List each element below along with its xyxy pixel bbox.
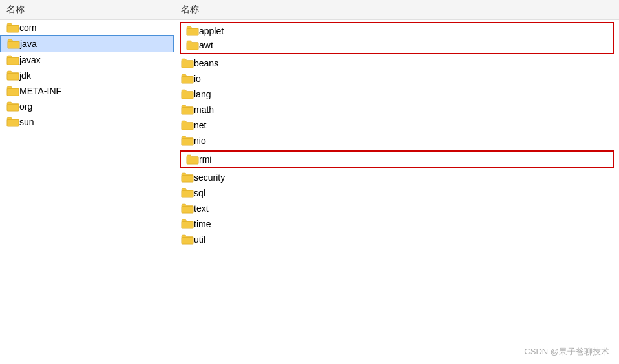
right-folder-awt[interactable]: awt: [181, 38, 613, 52]
right-folder-text-label: text: [194, 203, 209, 214]
folder-icon: [6, 117, 19, 127]
folder-icon: [6, 55, 19, 65]
svg-rect-12: [182, 108, 193, 115]
right-folder-awt-label: awt: [199, 40, 213, 50]
left-folder-javax-label: javax: [19, 55, 41, 65]
right-folder-applet-label: applet: [199, 26, 224, 36]
folder-icon: [7, 39, 20, 49]
right-folder-security[interactable]: security: [174, 170, 619, 185]
watermark-text: CSDN @果子爸聊技术: [524, 347, 609, 356]
right-folder-lang-label: lang: [194, 89, 211, 99]
right-folder-nio-label: nio: [194, 136, 206, 146]
left-panel-header: 名称: [0, 0, 174, 20]
right-folder-io[interactable]: io: [174, 71, 619, 86]
highlight-group-top: applet awt: [180, 22, 614, 54]
right-folder-util-label: util: [194, 234, 205, 245]
right-folder-rmi[interactable]: rmi: [181, 152, 613, 167]
left-folder-sun[interactable]: sun: [0, 114, 174, 130]
svg-rect-1: [8, 42, 19, 49]
svg-rect-13: [182, 123, 193, 130]
svg-rect-10: [182, 77, 193, 84]
svg-rect-4: [7, 89, 19, 96]
left-folder-meta-inf-label: META-INF: [19, 86, 61, 96]
right-column-title: 名称: [181, 4, 199, 14]
right-panel-header: 名称: [174, 0, 619, 20]
svg-rect-19: [182, 222, 193, 229]
main-container: 名称 com java javax: [0, 0, 619, 364]
svg-rect-8: [187, 43, 198, 50]
folder-icon: [181, 74, 194, 84]
folder-icon: [181, 105, 194, 115]
folder-icon: [6, 23, 19, 33]
folder-icon: [181, 120, 194, 130]
folder-icon: [181, 89, 194, 99]
svg-rect-2: [7, 58, 19, 65]
right-folder-beans[interactable]: beans: [174, 56, 619, 71]
svg-rect-15: [187, 157, 198, 165]
right-folder-math[interactable]: math: [174, 102, 619, 117]
right-folder-beans-label: beans: [194, 58, 218, 68]
right-folder-util[interactable]: util: [174, 232, 619, 247]
left-folder-javax[interactable]: javax: [0, 52, 174, 68]
folder-icon: [186, 26, 199, 36]
svg-rect-9: [182, 61, 193, 68]
right-folder-time[interactable]: time: [174, 216, 619, 232]
right-folder-security-label: security: [194, 172, 225, 183]
svg-rect-7: [187, 29, 198, 36]
svg-rect-16: [182, 176, 193, 183]
folder-icon: [186, 40, 199, 50]
highlight-group-rmi: rmi: [180, 150, 614, 168]
right-folder-io-label: io: [194, 74, 201, 84]
right-folder-net-label: net: [194, 120, 206, 130]
svg-rect-6: [7, 120, 19, 127]
folder-icon: [6, 101, 19, 112]
folder-icon: [181, 234, 194, 245]
left-folder-jdk-label: jdk: [19, 70, 31, 81]
watermark: CSDN @果子爸聊技术: [524, 346, 609, 358]
svg-rect-14: [182, 139, 193, 146]
right-panel: 名称 applet awt: [174, 0, 619, 364]
svg-rect-17: [182, 191, 193, 198]
folder-icon: [181, 188, 194, 198]
right-folder-sql[interactable]: sql: [174, 185, 619, 201]
svg-rect-5: [7, 105, 19, 112]
svg-rect-20: [182, 238, 193, 245]
svg-rect-11: [182, 92, 193, 99]
right-folder-applet[interactable]: applet: [181, 24, 613, 38]
left-folder-java[interactable]: java: [0, 35, 174, 52]
folder-icon: [6, 70, 19, 81]
left-folder-org-label: org: [19, 101, 32, 112]
folder-icon: [181, 58, 194, 68]
right-folder-sql-label: sql: [194, 188, 205, 198]
left-folder-sun-label: sun: [19, 117, 34, 127]
left-folder-java-label: java: [20, 39, 37, 49]
right-folder-net[interactable]: net: [174, 117, 619, 133]
right-folder-time-label: time: [194, 219, 211, 229]
svg-rect-0: [7, 26, 19, 33]
right-folder-nio[interactable]: nio: [174, 133, 619, 148]
right-folder-lang[interactable]: lang: [174, 86, 619, 102]
svg-rect-3: [7, 74, 19, 81]
folder-icon: [181, 219, 194, 229]
left-folder-jdk[interactable]: jdk: [0, 68, 174, 83]
left-folder-meta-inf[interactable]: META-INF: [0, 83, 174, 99]
folder-icon: [181, 172, 194, 183]
folder-icon: [186, 154, 199, 165]
right-folder-text[interactable]: text: [174, 201, 619, 216]
folder-icon: [6, 86, 19, 96]
left-folder-com[interactable]: com: [0, 20, 174, 35]
folder-icon: [181, 136, 194, 146]
folder-icon: [181, 203, 194, 214]
left-folder-org[interactable]: org: [0, 99, 174, 114]
left-folder-com-label: com: [19, 23, 36, 33]
left-panel: 名称 com java javax: [0, 0, 174, 364]
right-folder-math-label: math: [194, 105, 214, 115]
svg-rect-18: [182, 207, 193, 214]
left-column-title: 名称: [6, 4, 25, 14]
right-folder-rmi-label: rmi: [199, 154, 211, 165]
